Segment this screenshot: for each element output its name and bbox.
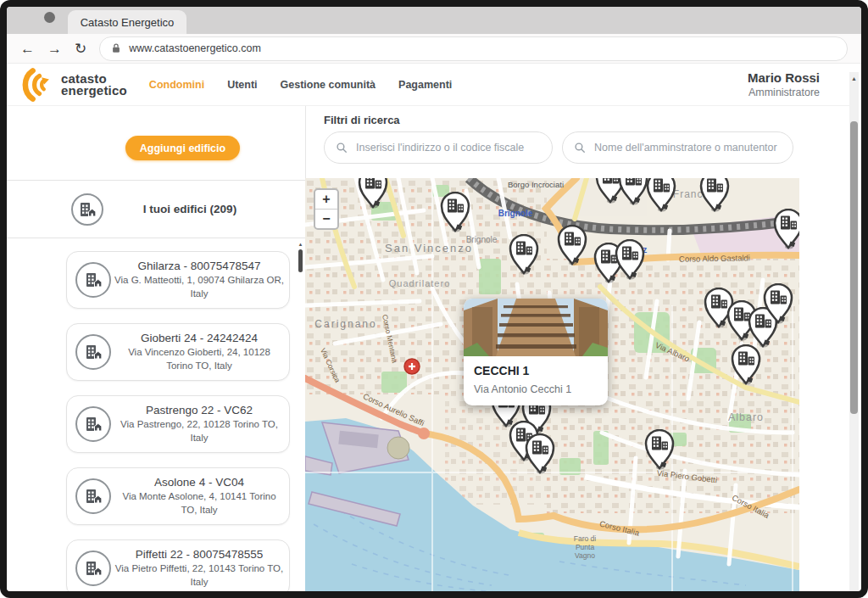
- svg-text:Corso Aldo Gastaldi: Corso Aldo Gastaldi: [679, 253, 750, 263]
- building-pin-icon: [75, 478, 111, 514]
- buildings-list-header: I tuoi edifici (209): [7, 180, 305, 238]
- building-pin-icon: [75, 262, 111, 298]
- main-panel: Filtri di ricerca: [305, 106, 861, 591]
- popup-building-address: Via Antonio Cecchi 1: [474, 383, 598, 395]
- svg-text:Faro di: Faro di: [574, 534, 597, 543]
- main-nav: Condomini Utenti Gestione comunità Pagam…: [149, 79, 452, 91]
- map-zoom-control: + −: [314, 188, 339, 230]
- nav-gestione-comunita[interactable]: Gestione comunità: [281, 79, 376, 91]
- tab-strip: Catasto Energetico: [7, 7, 861, 34]
- building-address: Via Pietro Piffetti, 22, 10143 Torino TO…: [114, 562, 284, 589]
- page-scrollbar[interactable]: ▲: [849, 72, 859, 591]
- svg-text:Punta: Punta: [576, 543, 594, 551]
- scroll-up-icon[interactable]: ▲: [298, 242, 303, 247]
- buildings-sidebar: Aggiungi edificio I tuoi edifici (209) G…: [7, 106, 305, 591]
- browser-window-frame: Catasto Energetico ← → ↻ www.catastoener…: [0, 0, 868, 598]
- app-logo[interactable]: catasto energetico: [19, 67, 127, 103]
- building-address: Via Monte Asolone, 4, 10141 Torino TO, I…: [114, 490, 284, 517]
- building-pin-icon: [75, 334, 111, 370]
- building-card[interactable]: Pastrengo 22 - VC62 Via Pastrengo, 22, 1…: [66, 395, 290, 453]
- building-pin-icon: [75, 550, 111, 586]
- buildings-icon: [71, 193, 103, 226]
- nav-pagamenti[interactable]: Pagamenti: [398, 79, 452, 91]
- add-location-marker[interactable]: [404, 359, 420, 374]
- address-search-field[interactable]: [324, 131, 553, 164]
- svg-text:Albaro: Albaro: [728, 411, 764, 423]
- building-photo: [464, 299, 608, 356]
- svg-text:Brignole: Brignole: [466, 235, 498, 244]
- window-close-button[interactable]: [44, 12, 55, 23]
- svg-text:San Vincenzo: San Vincenzo: [385, 242, 473, 254]
- building-name: Piffetti 22 - 80075478555: [114, 548, 284, 561]
- building-address: Via Vincenzo Gioberti, 24, 10128 Torino …: [114, 346, 284, 372]
- filters-row: [324, 131, 793, 164]
- add-building-button[interactable]: Aggiungi edificio: [125, 136, 240, 160]
- logo-line2: energetico: [61, 85, 127, 97]
- page-scrollbar-thumb[interactable]: [850, 121, 858, 414]
- building-card[interactable]: Piffetti 22 - 80075478555 Via Pietro Pif…: [66, 539, 290, 591]
- building-name: Asolone 4 - VC04: [114, 476, 284, 489]
- reload-icon[interactable]: ↻: [75, 42, 86, 56]
- svg-text:Vagno: Vagno: [575, 551, 595, 560]
- catasto-energetico-logo-icon: [19, 67, 54, 103]
- user-menu[interactable]: Mario Rossi Amministratore: [748, 70, 820, 98]
- user-name: Mario Rossi: [748, 70, 820, 85]
- filters-title: Filtri di ricerca: [324, 114, 400, 126]
- forward-icon[interactable]: →: [47, 42, 62, 56]
- url-text: www.catastoenergetico.com: [129, 42, 261, 54]
- admin-search-input[interactable]: [593, 141, 782, 154]
- admin-search-field[interactable]: [562, 131, 793, 164]
- search-icon: [336, 142, 348, 154]
- building-card[interactable]: Ghilarza - 80075478547 Via G. Matteotti,…: [66, 251, 290, 309]
- lock-icon: [111, 42, 121, 54]
- building-name: Gioberti 24 - 24242424: [114, 332, 284, 344]
- browser-tab[interactable]: Catasto Energetico: [68, 10, 186, 34]
- map-container[interactable]: San Vincenzo Quadrilatero Carignano Brig…: [305, 178, 799, 591]
- building-address: Via Pastrengo, 22, 10128 Torino TO, Ital…: [114, 418, 284, 444]
- svg-text:Borgo Incrociati: Borgo Incrociati: [508, 180, 564, 189]
- svg-text:Brignole: Brignole: [498, 209, 533, 218]
- buildings-count-label: I tuoi edifici (209): [108, 203, 271, 215]
- building-card[interactable]: Gioberti 24 - 24242424 Via Vincenzo Giob…: [66, 323, 290, 381]
- app-header: catasto energetico Condomini Utenti Gest…: [7, 64, 859, 106]
- zoom-out-button[interactable]: −: [315, 209, 337, 228]
- popup-building-name: CECCHI 1: [474, 364, 598, 377]
- address-search-input[interactable]: [354, 141, 541, 154]
- building-name: Pastrengo 22 - VC62: [114, 404, 284, 416]
- nav-condomini[interactable]: Condomini: [149, 79, 204, 91]
- map-popup[interactable]: CECCHI 1 Via Antonio Cecchi 1: [464, 299, 608, 405]
- tab-title: Catasto Energetico: [81, 16, 175, 29]
- svg-text:Quadrilatero: Quadrilatero: [389, 278, 451, 288]
- building-address: Via G. Matteotti, 1, 09074 Ghilarza OR, …: [114, 274, 284, 300]
- divider: [305, 106, 306, 178]
- address-bar[interactable]: www.catastoenergetico.com: [99, 36, 848, 61]
- zoom-in-button[interactable]: +: [315, 190, 337, 209]
- scroll-up-icon[interactable]: ▲: [849, 72, 859, 81]
- back-icon[interactable]: ←: [20, 42, 35, 56]
- browser-toolbar: ← → ↻ www.catastoenergetico.com: [7, 34, 861, 64]
- list-scrollbar[interactable]: ▲: [298, 242, 303, 591]
- building-card[interactable]: Asolone 4 - VC04 Via Monte Asolone, 4, 1…: [66, 467, 290, 525]
- user-role: Amministratore: [748, 87, 820, 98]
- building-name: Ghilarza - 80075478547: [114, 260, 284, 272]
- map-round-structure: [387, 437, 409, 459]
- browser-window: Catasto Energetico ← → ↻ www.catastoener…: [7, 7, 861, 591]
- app-body: Aggiungi edificio I tuoi edifici (209) G…: [7, 106, 861, 591]
- list-scrollbar-thumb[interactable]: [298, 249, 303, 272]
- nav-utenti[interactable]: Utenti: [227, 79, 257, 91]
- map-roundabout: [418, 428, 430, 439]
- search-icon: [574, 142, 586, 154]
- svg-text:Carignano: Carignano: [314, 318, 376, 330]
- building-pin-icon: [75, 406, 111, 442]
